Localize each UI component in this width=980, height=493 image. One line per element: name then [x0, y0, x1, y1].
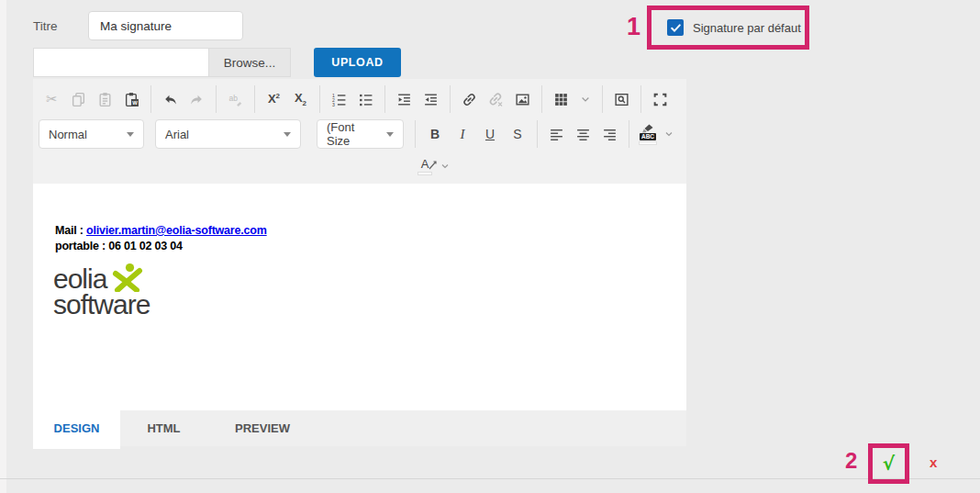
unordered-list-icon [358, 92, 373, 107]
highlight-color-button[interactable]: ABC [635, 124, 661, 145]
file-path-input[interactable] [34, 49, 208, 76]
tab-design[interactable]: DESIGN [33, 408, 120, 449]
ordered-list-button[interactable]: 123 [326, 85, 352, 113]
cut-button[interactable]: ✂ [39, 85, 65, 113]
tab-html[interactable]: HTML [120, 410, 207, 446]
italic-button[interactable]: I [449, 120, 476, 148]
highlighter-icon [640, 124, 655, 133]
copy-icon [71, 92, 86, 107]
dropdown-arrow-icon [386, 132, 394, 137]
font-size-dropdown[interactable]: (Font Size [317, 119, 404, 149]
preview-button[interactable] [608, 85, 635, 113]
superscript-icon: X2 [268, 92, 280, 106]
editor-toolbar: ✂WabX2X2123 NormalArial(Font Size BIUS A… [33, 79, 686, 184]
default-signature-checkbox[interactable] [667, 19, 684, 36]
editor-content-area[interactable]: Mail : olivier.martin@eolia-software.com… [33, 184, 686, 410]
copy-button[interactable] [65, 85, 92, 113]
fullscreen-icon [652, 92, 668, 107]
paragraph-style-dropdown[interactable]: Normal [39, 119, 144, 149]
title-input[interactable] [88, 11, 243, 40]
outdent-icon [423, 92, 439, 107]
bold-button[interactable]: B [421, 120, 449, 148]
browse-button[interactable]: Browse... [208, 49, 290, 76]
eolia-logo: eolia software [53, 263, 150, 318]
ordered-list-icon: 123 [331, 92, 347, 107]
redo-icon [189, 92, 205, 107]
align-button-group [543, 120, 623, 148]
table-dropdown-chevron-button[interactable] [574, 85, 596, 113]
fullscreen-button[interactable] [647, 85, 674, 113]
subscript-button[interactable]: X2 [287, 85, 314, 113]
font-size-value: (Font Size [327, 120, 381, 148]
font-color-button[interactable]: A [413, 158, 437, 175]
align-right-icon [602, 127, 618, 142]
insert-table-button[interactable] [548, 85, 574, 113]
mail-label: Mail : [55, 224, 86, 237]
annotation-step2-box: √ [868, 443, 909, 484]
align-center-button[interactable] [570, 120, 596, 148]
paste-icon [97, 92, 113, 107]
insert-image-icon [515, 92, 530, 107]
remove-format-icon: ab [228, 92, 243, 107]
paste-from-word-icon: W [124, 92, 139, 107]
default-signature-checkbox-label: Signature par défaut [693, 21, 801, 35]
paste-button[interactable] [92, 85, 118, 113]
strikethrough-button[interactable]: S [504, 120, 531, 148]
separator [415, 120, 416, 148]
separator [254, 85, 255, 113]
tab-preview[interactable]: PREVIEW [207, 410, 317, 446]
titre-label: Titre [33, 19, 58, 33]
superscript-button[interactable]: X2 [261, 85, 287, 113]
align-right-button[interactable] [596, 120, 623, 148]
indent-icon [396, 92, 412, 107]
outdent-button[interactable] [418, 85, 444, 113]
svg-text:W: W [132, 100, 138, 106]
confirm-button[interactable]: √ [883, 453, 895, 475]
left-edge-strip [0, 0, 6, 493]
remove-format-button[interactable]: ab [222, 85, 249, 113]
separator [319, 85, 320, 113]
bottom-divider [0, 478, 980, 479]
style-button-group: BIUS [421, 120, 531, 148]
indent-button[interactable] [391, 85, 418, 113]
preview-icon [614, 92, 629, 107]
editor-tabstrip: DESIGNHTMLPREVIEW [33, 410, 686, 446]
file-upload-field: Browse... [33, 48, 291, 77]
cut-icon: ✂ [46, 91, 58, 107]
separator [537, 120, 538, 148]
highlight-current-color [639, 141, 657, 145]
redo-button[interactable] [184, 85, 210, 113]
underline-button[interactable]: U [476, 120, 504, 148]
paste-from-word-button[interactable]: W [118, 85, 145, 113]
logo-word-eolia: eolia [53, 266, 106, 292]
svg-text:ab: ab [229, 94, 239, 103]
font-family-dropdown[interactable]: Arial [155, 119, 301, 149]
separator [216, 85, 217, 113]
font-color-current [418, 172, 432, 175]
separator [384, 85, 385, 113]
insert-image-button[interactable] [509, 85, 536, 113]
svg-text:3: 3 [332, 101, 335, 106]
subscript-icon: X2 [295, 91, 306, 107]
unlink-button[interactable] [483, 85, 509, 113]
insert-table-icon [553, 92, 569, 107]
insert-link-button[interactable] [456, 85, 483, 113]
signature-editor-page: Titre Browse... UPLOAD 1 Signature par d… [0, 0, 980, 493]
toolbar-row-2: NormalArial(Font Size BIUS ABC [39, 118, 677, 150]
separator [450, 85, 451, 113]
separator [629, 120, 629, 148]
font-color-dropdown-chevron[interactable] [437, 153, 453, 179]
mail-link[interactable]: olivier.martin@eolia-software.com [86, 224, 267, 237]
toolbar-row-1: ✂WabX2X2123 [39, 84, 674, 115]
align-left-button[interactable] [543, 120, 570, 148]
undo-icon [162, 92, 178, 107]
undo-button[interactable] [157, 85, 184, 113]
highlight-dropdown-chevron[interactable] [661, 121, 677, 147]
unordered-list-button[interactable] [352, 85, 379, 113]
separator [640, 85, 641, 113]
annotation-step1-number: 1 [627, 13, 640, 41]
dropdown-arrow-icon [284, 132, 291, 137]
cancel-button[interactable]: x [930, 454, 937, 470]
table-dropdown-chevron-icon [580, 94, 591, 105]
upload-button[interactable]: UPLOAD [314, 48, 401, 77]
